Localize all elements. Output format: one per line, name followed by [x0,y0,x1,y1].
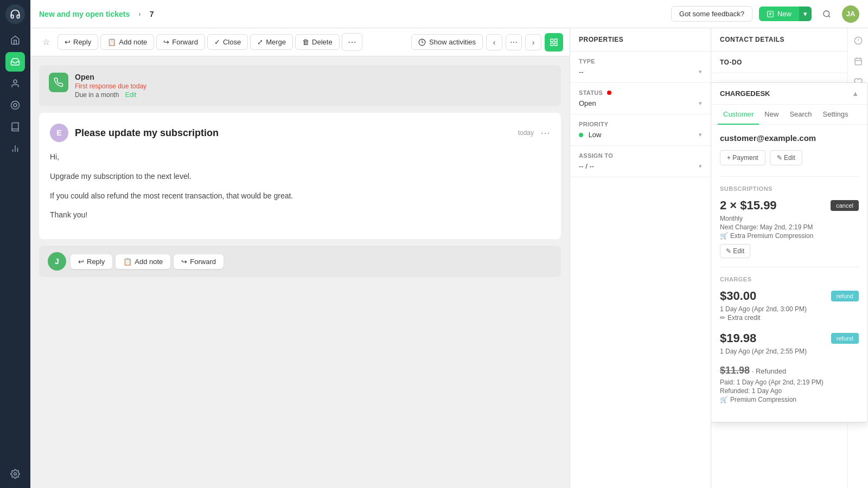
next-ticket-button[interactable]: › [525,34,541,50]
sidebar-item-inbox[interactable] [5,52,25,72]
charge-header-2: $19.98 refund [720,331,859,345]
prev-ticket-button[interactable]: ‹ [486,34,502,50]
reply-button[interactable]: ↩ Reply [58,34,98,50]
forward-button-bottom[interactable]: ↪ Forward [174,254,224,269]
sidebar-item-settings[interactable] [5,464,25,484]
charge-header-1: $30.00 refund [720,289,859,303]
assign-label: Assign to [579,152,702,159]
charge-addon-3: 🛒 Premium Compression [720,396,859,403]
status-value[interactable]: Open ▾ [579,99,702,107]
ticket-area: ☆ ↩ Reply 📋 Add note ↪ Forward ✓ Close [30,28,570,488]
priority-dropdown-icon[interactable]: ▾ [699,131,702,138]
charge-amount-1: $30.00 [720,289,756,303]
reply-button-bottom[interactable]: ↩ Reply [71,254,112,269]
sidebar-item-reports[interactable] [5,139,25,158]
charge-item-1: $30.00 refund 1 Day Ago (Apr 2nd, 3:00 P… [720,289,859,322]
subscription-addon: 🛒 Extra Premium Compression [720,232,859,240]
forward-button[interactable]: ↪ Forward [156,34,205,50]
email-line-3: If you could also refund the most recent… [50,190,550,203]
cart-icon: 🛒 [720,232,728,240]
close-button[interactable]: ✓ Close [207,34,248,50]
add-note-button-bottom[interactable]: 📋 Add note [116,254,170,269]
priority-section: Priority Low ▾ [570,114,711,146]
payment-button[interactable]: + Payment [720,150,765,165]
contact-details-header: CONTACT DETAILS ▾ [711,28,868,52]
info-icon[interactable] [850,33,866,49]
type-dropdown-icon[interactable]: ▾ [699,68,702,75]
email-line-4: Thank you! [50,209,550,222]
status-dropdown-icon[interactable]: ▾ [699,100,702,107]
chargedesk-collapse-icon[interactable]: ▲ [852,89,859,98]
charge-item-2: $19.98 refund 1 Day Ago (Apr 2nd, 2:55 P… [720,331,859,355]
assign-dropdown-icon[interactable]: ▾ [699,163,702,170]
user-avatar[interactable]: JA [842,5,859,23]
main-content: New and my open tickets › 7 Got some fee… [30,0,868,488]
refund-button-1[interactable]: refund [831,291,859,301]
tab-settings[interactable]: Settings [818,105,854,125]
note-icon-bottom: 📋 [123,258,132,266]
priority-dot [579,133,583,137]
edit-mode-button[interactable] [545,33,563,52]
chargedesk-email: customer@example.com [720,133,859,143]
new-ticket-button[interactable]: New [759,7,799,21]
status-section: Status Open ▾ [570,83,711,114]
search-button[interactable] [818,5,835,23]
delete-button[interactable]: 🗑 Delete [295,34,340,50]
email-options-button[interactable]: ⋯ [540,127,550,139]
feedback-button[interactable]: Got some feedback? [671,6,752,22]
divider-2 [720,267,859,267]
status-info: Open First response due today Due in a m… [75,73,551,99]
svg-rect-21 [855,59,861,65]
sidebar-item-books[interactable] [5,117,25,137]
divider-1 [720,176,859,177]
edit-due-button[interactable]: Edit [125,91,137,99]
email-line-1: Hi, [50,151,550,164]
tab-new[interactable]: New [759,105,784,125]
sidebar-item-home[interactable] [5,30,25,50]
content-area: ☆ ↩ Reply 📋 Add note ↪ Forward ✓ Close [30,28,868,488]
sidebar-logo[interactable] [5,4,25,24]
edit-customer-button[interactable]: ✎ Edit [770,150,802,165]
email-header: E Please update my subscription today ⋯ [50,124,550,142]
reply-actions: ↩ Reply 📋 Add note ↪ Forward [71,254,224,269]
star-button[interactable]: ☆ [37,34,55,50]
more-nav-button[interactable]: ⋯ [506,34,522,50]
chargedesk-body: customer@example.com + Payment ✎ Edit SU… [711,125,867,422]
priority-label: Priority [579,121,702,127]
svg-rect-15 [554,39,557,42]
refund-button-2[interactable]: refund [831,333,859,344]
reply-bar: J ↩ Reply 📋 Add note ↪ Forward [39,246,561,277]
assign-value[interactable]: -- / -- ▾ [579,162,702,170]
svg-rect-16 [551,43,553,46]
calendar-icon[interactable] [850,53,866,69]
assign-section: Assign to -- / -- ▾ [570,146,711,177]
edit-subscription-button[interactable]: ✎ Edit [720,244,750,258]
email-line-2: Upgrade my subscription to the next leve… [50,170,550,183]
show-activities-button[interactable]: Show activities [411,34,483,50]
ticket-status: Open [75,73,551,81]
sidebar-item-contacts[interactable] [5,74,25,93]
charge-note-1: ✏ Extra credit [720,314,859,322]
status-required-dot [607,91,611,95]
more-options-button[interactable]: ⋯ [342,33,362,51]
sidebar-item-analytics[interactable] [5,95,25,115]
charge-header-3: $11.98 · Refunded [720,365,859,376]
new-ticket-dropdown[interactable]: ▾ [799,7,812,21]
note-icon: 📋 [107,38,116,46]
tab-customer[interactable]: Customer [718,105,759,125]
topbar-title[interactable]: New and my open tickets [39,10,130,18]
add-note-button[interactable]: 📋 Add note [100,34,154,50]
charge-amount-3: $11.98 · Refunded [720,365,786,376]
tab-search[interactable]: Search [784,105,817,125]
svg-point-6 [14,473,17,476]
svg-point-0 [14,80,17,83]
sender-avatar: E [50,124,68,142]
properties-panel: PROPERTIES Type -- ▾ Status Open ▾ [570,28,711,488]
merge-button[interactable]: ⤢ Merge [250,34,293,50]
properties-header: PROPERTIES [570,28,711,52]
charge-amount-2: $19.98 [720,331,756,345]
type-value[interactable]: -- ▾ [579,68,702,76]
chargedesk-header: CHARGEDESK ▲ [711,83,867,105]
cancel-subscription-button[interactable]: cancel [831,200,859,211]
priority-value[interactable]: Low ▾ [579,131,702,139]
